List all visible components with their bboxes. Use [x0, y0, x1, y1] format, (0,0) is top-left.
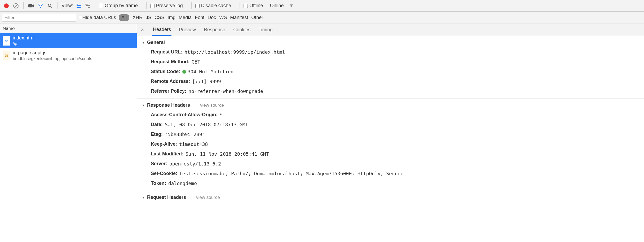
svg-line-2: [51, 6, 52, 8]
header-key: Etag:: [151, 131, 163, 138]
name-column-header[interactable]: Name: [0, 24, 137, 33]
header-key: Token:: [151, 180, 166, 187]
view-waterfall-button[interactable]: [84, 2, 91, 9]
network-toolbar: View: Group by frame Preserve log Disabl…: [0, 0, 644, 12]
chevron-down-icon: ▼: [142, 104, 145, 107]
details-panel: × Headers Preview Response Cookies Timin…: [137, 24, 644, 242]
header-value: openresty/1.13.6.2: [169, 160, 221, 167]
request-path: /ip: [13, 41, 34, 47]
section-toggle-request-headers[interactable]: ▼ Request Headers view source: [137, 194, 644, 201]
header-key: Last-Modified:: [151, 150, 183, 158]
header-key: Keep-Alive:: [151, 141, 177, 148]
header-value: dalongdemo: [168, 180, 197, 187]
filter-icon[interactable]: [37, 2, 44, 10]
tab-cookies[interactable]: Cookies: [233, 24, 251, 35]
view-list-button[interactable]: [75, 2, 82, 9]
request-list: <> index.html /ip JS in-page-script.js b…: [0, 33, 137, 63]
filter-type-font[interactable]: Font: [195, 15, 204, 20]
file-js-icon: JS: [3, 51, 10, 60]
header-key: Date:: [151, 121, 163, 128]
label-referrer-policy: Referrer Policy:: [151, 88, 186, 95]
section-toggle-general[interactable]: ▼ General: [137, 39, 644, 46]
header-value: test-session=abc; Path=/; Domain=localho…: [179, 170, 403, 177]
filter-input[interactable]: [2, 14, 76, 22]
filter-bar: Hide data URLs All XHR JS CSS Img Media …: [0, 12, 644, 24]
requests-panel: Name <> index.html /ip JS in-page-script…: [0, 24, 137, 242]
view-label: View:: [61, 3, 73, 8]
value-remote-address: [::1]:9999: [192, 78, 221, 85]
header-key: Server:: [151, 160, 167, 167]
filter-type-ws[interactable]: WS: [219, 15, 227, 20]
section-toggle-response-headers[interactable]: ▼ Response Headers view source: [137, 101, 644, 109]
value-referrer-policy: no-referrer-when-downgrade: [188, 88, 263, 95]
request-name: index.html: [13, 35, 34, 41]
record-button[interactable]: [3, 2, 10, 10]
request-name: in-page-script.js: [13, 50, 92, 56]
value-request-method: GET: [192, 58, 200, 65]
filter-type-js[interactable]: JS: [146, 15, 151, 20]
search-icon[interactable]: [46, 2, 54, 10]
filter-type-manifest[interactable]: Manifest: [230, 15, 248, 20]
section-request-headers: ▼ Request Headers view source: [137, 191, 644, 205]
header-key: Set-Cookie:: [151, 170, 177, 177]
close-icon[interactable]: ×: [139, 27, 145, 33]
chevron-down-icon[interactable]: ▼: [286, 3, 297, 8]
section-general: ▼ General Request URL:http://localhost:9…: [137, 36, 644, 99]
resource-type-filters: All XHR JS CSS Img Media Font Doc WS Man…: [119, 14, 263, 21]
filter-type-all[interactable]: All: [119, 14, 129, 21]
hide-data-urls-checkbox[interactable]: Hide data URLs: [79, 15, 116, 20]
headers-content: ▼ General Request URL:http://localhost:9…: [137, 36, 644, 242]
svg-rect-0: [28, 4, 32, 7]
file-html-icon: <>: [3, 36, 10, 46]
group-by-frame-checkbox[interactable]: Group by frame: [99, 3, 138, 8]
label-remote-address: Remote Address:: [151, 78, 190, 85]
disable-cache-checkbox[interactable]: Disable cache: [195, 3, 231, 8]
details-tabs: × Headers Preview Response Cookies Timin…: [137, 24, 644, 36]
section-response-headers: ▼ Response Headers view source Access-Co…: [137, 99, 644, 191]
filter-type-css[interactable]: CSS: [155, 15, 164, 20]
tab-headers[interactable]: Headers: [152, 24, 171, 36]
request-row[interactable]: <> index.html /ip: [0, 33, 137, 48]
view-source-link[interactable]: view source: [200, 103, 224, 108]
header-value: Sat, 08 Dec 2018 07:18:13 GMT: [165, 121, 248, 128]
request-row[interactable]: JS in-page-script.js bmdblncegkenkacieih…: [0, 48, 137, 63]
tab-response[interactable]: Response: [203, 24, 226, 35]
filter-type-media[interactable]: Media: [179, 15, 192, 20]
filter-type-doc[interactable]: Doc: [208, 15, 216, 20]
label-request-url: Request URL:: [151, 48, 182, 56]
header-key: Access-Control-Allow-Origin:: [151, 111, 218, 118]
header-value: *: [220, 111, 223, 118]
label-status-code: Status Code:: [151, 68, 180, 75]
offline-checkbox[interactable]: Offline: [244, 3, 263, 8]
chevron-down-icon: ▼: [142, 196, 145, 199]
throttling-select[interactable]: Online: [270, 3, 284, 8]
filter-type-img[interactable]: Img: [167, 15, 175, 20]
header-value: Sun, 11 Nov 2018 20:05:41 GMT: [186, 150, 269, 158]
value-status-code: 304 Not Modified: [182, 68, 233, 75]
header-value: timeout=38: [179, 141, 208, 148]
label-request-method: Request Method:: [151, 58, 189, 65]
filter-type-xhr[interactable]: XHR: [133, 15, 143, 20]
clear-button[interactable]: [12, 2, 20, 10]
svg-point-1: [48, 4, 51, 7]
status-dot-icon: [182, 70, 186, 74]
tab-timing[interactable]: Timing: [258, 24, 273, 35]
main-split: Name <> index.html /ip JS in-page-script…: [0, 24, 644, 242]
chevron-down-icon: ▼: [142, 41, 145, 44]
preserve-log-checkbox[interactable]: Preserve log: [150, 3, 183, 8]
view-source-link[interactable]: view source: [196, 195, 220, 200]
header-value: "5be88b95-289": [165, 131, 205, 138]
tab-preview[interactable]: Preview: [178, 24, 196, 35]
value-request-url: http://localhost:9999/ip/index.html: [184, 48, 285, 56]
request-path: bmdblncegkenkacieihfhpjfppoconhi/scripts: [13, 56, 92, 62]
filter-type-other[interactable]: Other: [251, 15, 263, 20]
camera-icon[interactable]: [27, 2, 35, 10]
